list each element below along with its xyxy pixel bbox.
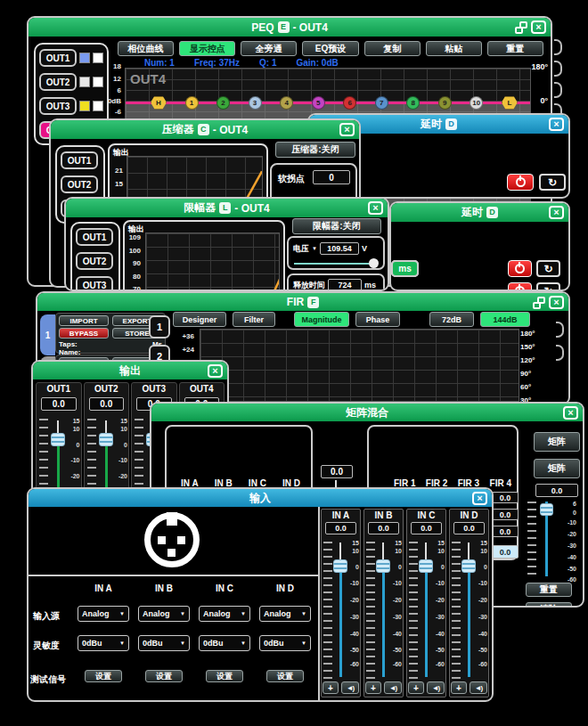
input-fader[interactable]: 15100-10-20-30-40-50-60 bbox=[407, 538, 445, 681]
matrix-button-1[interactable]: 矩阵 bbox=[534, 432, 580, 452]
mute-speaker-button[interactable]: ◄) bbox=[384, 681, 402, 694]
delay-reset-button[interactable]: ↻ bbox=[539, 174, 566, 191]
output-titlebar[interactable]: 输出 × bbox=[33, 362, 227, 379]
channel-button[interactable]: OUT3 bbox=[76, 276, 113, 291]
peq-toolbar-button[interactable]: 重置 bbox=[487, 41, 543, 56]
output-gain-value[interactable]: 0.0 bbox=[89, 397, 125, 411]
source-dropdown[interactable]: Analog ▼ bbox=[138, 606, 190, 622]
eq-point[interactable]: L bbox=[502, 96, 518, 110]
delay-titlebar[interactable]: 延时 D × bbox=[391, 203, 568, 222]
input-fader[interactable]: 15100-10-20-30-40-50-60 bbox=[322, 538, 360, 681]
compressor-titlebar[interactable]: 压缩器 C - OUT4 × bbox=[51, 120, 359, 139]
peq-toolbar-button[interactable]: 相位曲线 bbox=[118, 41, 174, 56]
channel-button[interactable]: OUT1 bbox=[76, 228, 113, 246]
release-value[interactable]: 724 bbox=[328, 279, 362, 291]
channel-link-brackets[interactable] bbox=[556, 322, 564, 361]
source-dropdown[interactable]: Analog ▼ bbox=[199, 606, 250, 622]
peq-toolbar-button[interactable]: 复制 bbox=[364, 41, 421, 56]
channel-select-row[interactable]: OUT3 bbox=[76, 276, 115, 291]
matrix-gain-cell[interactable]: 0.0 bbox=[492, 526, 519, 537]
eq-point[interactable]: 4 bbox=[280, 96, 293, 110]
peq-toolbar-button[interactable]: EQ预设 bbox=[302, 41, 358, 56]
peq-toolbar-button[interactable]: 显示控点 bbox=[179, 41, 235, 56]
fader-rail[interactable] bbox=[339, 567, 342, 677]
fir-toolbar-button[interactable]: Filter bbox=[233, 312, 275, 327]
channel-select-row[interactable]: OUT1 bbox=[76, 228, 115, 246]
close-icon[interactable]: × bbox=[549, 296, 564, 309]
fader-rail[interactable] bbox=[425, 567, 428, 677]
channel-button[interactable]: OUT3 bbox=[39, 97, 77, 115]
eq-point[interactable]: 8 bbox=[406, 96, 420, 110]
delay-power-button[interactable] bbox=[508, 260, 532, 277]
fir-toolbar-button[interactable]: 72dB bbox=[429, 312, 474, 327]
polarity-button[interactable]: + bbox=[365, 681, 381, 694]
eq-point[interactable]: 6 bbox=[343, 96, 356, 110]
channel-button[interactable]: OUT1 bbox=[39, 49, 77, 67]
channel-link-brackets[interactable] bbox=[554, 39, 562, 119]
sensitivity-dropdown[interactable]: 0dBu ▼ bbox=[199, 635, 250, 651]
input-fader[interactable]: 15100-10-20-30-40-50-60 bbox=[364, 538, 403, 681]
output-gain-value[interactable]: 0.0 bbox=[41, 397, 77, 411]
fader-knob[interactable] bbox=[51, 433, 65, 446]
fir-preset-button[interactable]: 1 bbox=[149, 315, 170, 339]
voltage-slider-knob[interactable] bbox=[369, 258, 379, 268]
close-icon[interactable]: × bbox=[549, 206, 564, 219]
fir-slot-tab-1[interactable]: 1 bbox=[40, 314, 55, 355]
matrix-button-2[interactable]: 矩阵 bbox=[534, 459, 580, 478]
test-signal-set-button[interactable]: 设置 bbox=[206, 670, 243, 682]
mute-speaker-button[interactable]: ◄) bbox=[341, 681, 359, 694]
sensitivity-dropdown[interactable]: 0dBu ▼ bbox=[78, 635, 129, 651]
voltage-slider-track[interactable] bbox=[294, 263, 371, 265]
fader-rail[interactable] bbox=[382, 567, 385, 677]
chevron-down-icon[interactable]: ▼ bbox=[312, 246, 317, 251]
matrix-gain-cell[interactable]: 0.0 bbox=[492, 492, 519, 503]
input-titlebar[interactable]: 输入 × bbox=[29, 489, 492, 507]
polarity-button[interactable]: + bbox=[408, 681, 424, 694]
limiter-curve-plot[interactable] bbox=[145, 232, 280, 291]
channel-select-row[interactable]: OUT2 bbox=[76, 252, 115, 270]
channel-select-row[interactable]: OUT1 bbox=[61, 151, 100, 169]
close-icon[interactable]: × bbox=[563, 406, 578, 420]
link-bracket-icon[interactable] bbox=[554, 82, 562, 98]
source-dropdown[interactable]: Analog ▼ bbox=[78, 606, 129, 622]
matrix-mid-value[interactable]: 0.0 bbox=[321, 465, 353, 478]
matrix-gain-cell[interactable]: 0.0 bbox=[492, 545, 519, 559]
delay-unit-button[interactable]: ms bbox=[391, 260, 419, 277]
link-bracket-icon[interactable] bbox=[554, 39, 562, 55]
input-gain-value[interactable]: 0.0 bbox=[453, 522, 485, 534]
voltage-value[interactable]: 109.54 bbox=[320, 242, 359, 255]
close-icon[interactable]: × bbox=[549, 118, 564, 131]
eq-point[interactable]: 5 bbox=[312, 96, 325, 110]
eq-point[interactable]: H bbox=[151, 96, 167, 110]
close-icon[interactable]: × bbox=[472, 492, 487, 505]
delay-power-button[interactable] bbox=[507, 174, 534, 191]
test-signal-set-button[interactable]: 设置 bbox=[85, 670, 122, 682]
channel-color-swatch[interactable] bbox=[79, 53, 90, 63]
input-gain-value[interactable]: 0.0 bbox=[368, 522, 399, 534]
close-icon[interactable]: × bbox=[339, 123, 355, 136]
eq-point[interactable]: 3 bbox=[249, 96, 262, 110]
channel-select-row[interactable]: OUT1 bbox=[39, 49, 103, 67]
eq-point[interactable]: 7 bbox=[375, 96, 388, 110]
sensitivity-dropdown[interactable]: 0dBu ▼ bbox=[259, 635, 311, 651]
channel-button[interactable]: OUT2 bbox=[39, 73, 77, 91]
polarity-button[interactable]: + bbox=[451, 681, 467, 694]
fader-knob[interactable] bbox=[99, 433, 113, 446]
polarity-button[interactable]: + bbox=[323, 681, 339, 694]
delay-power-button[interactable] bbox=[508, 282, 532, 291]
fir-import-button[interactable]: IMPORT bbox=[59, 315, 109, 326]
peq-toolbar-button[interactable]: 粘贴 bbox=[426, 41, 482, 56]
delay-reset-button[interactable]: ↻ bbox=[536, 260, 560, 277]
channel-select-row[interactable]: OUT2 bbox=[39, 73, 103, 91]
channel-button[interactable]: OUT2 bbox=[76, 252, 113, 270]
channel-select-row[interactable]: OUT3 bbox=[39, 97, 103, 115]
delay-reset-button[interactable]: ↻ bbox=[536, 282, 560, 291]
close-icon[interactable]: × bbox=[208, 364, 223, 378]
channel-button[interactable]: OUT1 bbox=[61, 151, 98, 169]
matrix-gain-value[interactable]: 0.0 bbox=[535, 484, 578, 497]
link-bracket-icon[interactable] bbox=[556, 345, 564, 361]
fir-toolbar-button[interactable]: Phase bbox=[355, 312, 400, 327]
fir-titlebar[interactable]: FIR F × bbox=[37, 293, 568, 311]
restore-icon[interactable] bbox=[515, 21, 527, 34]
compressor-bypass-button[interactable]: 压缩器:关闭 bbox=[275, 142, 355, 158]
